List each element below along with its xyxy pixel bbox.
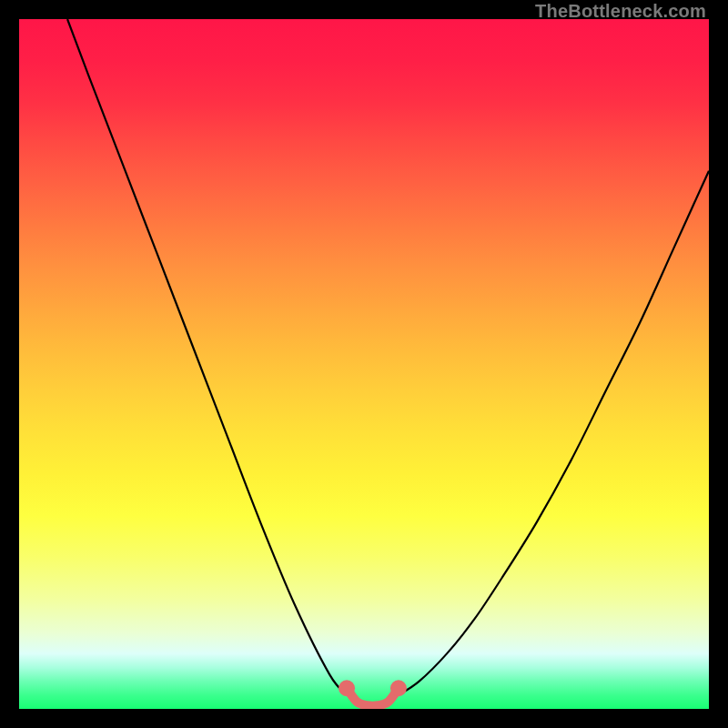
plot-area [19,19,709,709]
svg-point-1 [390,680,407,696]
curves-layer [19,19,709,709]
watermark-text: TheBottleneck.com [535,1,706,22]
left-curve [67,19,347,695]
svg-point-0 [339,680,355,696]
chart-frame: TheBottleneck.com [0,0,728,728]
marker-segment [339,680,407,705]
right-curve [399,171,709,695]
